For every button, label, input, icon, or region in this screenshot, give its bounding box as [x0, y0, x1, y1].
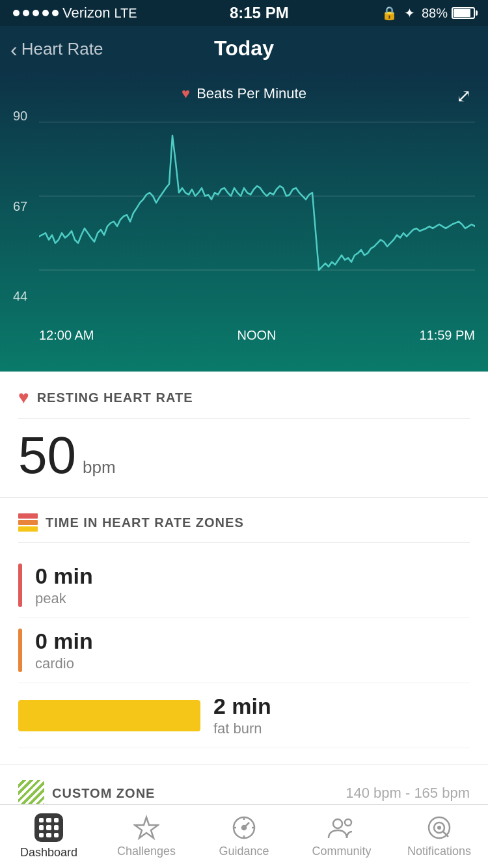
svg-marker-3 — [135, 817, 158, 838]
network-type: LTE — [114, 6, 137, 21]
custom-zone-title: CUSTOM ZONE — [52, 786, 155, 801]
zone-peak-content: 0 min peak — [35, 563, 470, 607]
y-label-90: 90 — [13, 109, 27, 124]
nav-community-label: Community — [312, 845, 371, 858]
nav-guidance-label: Guidance — [219, 845, 269, 858]
heart-icon-resting: ♥ — [18, 387, 29, 408]
zone-fatburn-content: 2 min fat burn — [213, 694, 271, 737]
resting-hr-title: RESTING HEART RATE — [37, 390, 193, 405]
heart-icon: ♥ — [182, 85, 190, 102]
signal-dots — [13, 10, 59, 16]
resting-hr-unit: bpm — [83, 457, 116, 478]
chart-legend: ♥ Beats Per Minute — [13, 85, 475, 102]
lock-icon: 🔒 — [381, 5, 398, 21]
nav-challenges-label: Challenges — [117, 845, 176, 858]
zone-cardio-content: 0 min cardio — [35, 629, 470, 672]
zone-indicator-orange — [18, 629, 22, 672]
battery-icon — [452, 7, 475, 19]
nav-notifications[interactable]: Notifications — [390, 805, 488, 868]
resting-hr-value: 50 bpm — [18, 429, 470, 481]
battery-percent: 88% — [422, 6, 448, 21]
heart-rate-chart: ♥ Beats Per Minute ⤢ 90 67 44 12:00 AM N… — [0, 72, 488, 372]
community-icon — [327, 815, 356, 841]
status-bar: Verizon LTE 8:15 PM 🔒 ✦ 88% — [0, 0, 488, 26]
custom-zone-range: 140 bpm - 165 bpm — [346, 785, 470, 802]
zone-fatburn-minutes: 2 min — [213, 694, 271, 719]
carrier-label: Verizon — [62, 5, 110, 21]
zones-icon — [18, 513, 38, 532]
zone-fatburn: 2 min fat burn — [18, 683, 470, 748]
x-label-start: 12:00 AM — [39, 328, 94, 343]
zone-indicator-red — [18, 563, 22, 607]
status-time: 8:15 PM — [230, 4, 289, 22]
hr-zones-title: TIME IN HEART RATE ZONES — [46, 515, 244, 530]
status-left: Verizon LTE — [13, 5, 137, 21]
page-header: ‹ Heart Rate Today — [0, 26, 488, 72]
nav-notifications-label: Notifications — [407, 845, 471, 858]
chart-legend-label: Beats Per Minute — [197, 85, 306, 102]
zone-peak-minutes: 0 min — [35, 563, 470, 589]
guidance-icon — [231, 815, 257, 841]
content-area: ♥ RESTING HEART RATE 50 bpm TIME IN HEAR… — [0, 372, 488, 868]
zone-cardio-label: cardio — [35, 655, 470, 672]
y-label-44: 44 — [13, 289, 27, 304]
hr-zones-section: TIME IN HEART RATE ZONES 0 min peak 0 mi… — [0, 498, 488, 765]
notifications-icon — [426, 815, 452, 841]
zone-fatburn-label: fat burn — [213, 720, 271, 737]
nav-community[interactable]: Community — [293, 805, 390, 868]
resting-hr-number: 50 — [18, 429, 76, 481]
custom-zone-icon — [18, 780, 44, 806]
custom-zone-header: CUSTOM ZONE 140 bpm - 165 bpm — [18, 780, 470, 806]
bluetooth-icon: ✦ — [404, 5, 415, 21]
chart-xaxis: 12:00 AM NOON 11:59 PM — [39, 328, 475, 343]
zone-cardio: 0 min cardio — [18, 618, 470, 683]
zone-fatburn-bar — [18, 700, 200, 731]
expand-button[interactable]: ⤢ — [452, 84, 475, 107]
svg-point-12 — [345, 819, 351, 826]
svg-point-15 — [437, 826, 441, 830]
x-label-end: 11:59 PM — [419, 328, 475, 343]
chart-yaxis: 90 67 44 — [13, 109, 27, 310]
nav-challenges[interactable]: Challenges — [98, 805, 195, 868]
chart-svg-wrapper — [39, 109, 475, 310]
nav-dashboard[interactable]: Dashboard — [0, 805, 98, 868]
chart-svg — [39, 109, 475, 310]
page-title: Today — [214, 36, 274, 61]
y-label-67: 67 — [13, 199, 27, 214]
dashboard-icon — [34, 813, 63, 842]
zone-peak-label: peak — [35, 590, 470, 607]
zone-peak: 0 min peak — [18, 553, 470, 618]
status-right: 🔒 ✦ 88% — [381, 5, 475, 21]
resting-heart-rate-section: ♥ RESTING HEART RATE 50 bpm — [0, 372, 488, 498]
svg-point-11 — [333, 819, 342, 828]
battery-container: 88% — [422, 6, 475, 21]
back-button[interactable]: ‹ Heart Rate — [10, 39, 103, 60]
back-chevron-icon: ‹ — [10, 39, 18, 60]
challenges-icon — [133, 815, 159, 841]
hr-zones-header: TIME IN HEART RATE ZONES — [18, 513, 470, 543]
nav-guidance[interactable]: Guidance — [195, 805, 293, 868]
nav-dashboard-label: Dashboard — [20, 846, 77, 860]
chart-area: 90 67 44 12:00 AM NOON 11:59 PM — [13, 109, 475, 343]
back-label: Heart Rate — [21, 39, 103, 59]
bottom-nav: Dashboard Challenges Guidance Community — [0, 804, 488, 868]
custom-zone-left: CUSTOM ZONE — [18, 780, 155, 806]
x-label-noon: NOON — [237, 328, 276, 343]
zone-cardio-minutes: 0 min — [35, 629, 470, 654]
resting-hr-header: ♥ RESTING HEART RATE — [18, 387, 470, 419]
